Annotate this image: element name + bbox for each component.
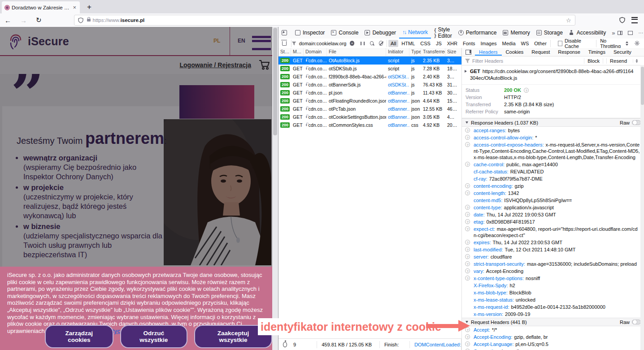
col-file[interactable]: File	[327, 48, 386, 56]
question-icon[interactable]	[524, 88, 529, 93]
type-filter[interactable]: Images	[479, 40, 499, 47]
stopwatch-icon[interactable]	[283, 342, 287, 347]
question-icon[interactable]	[465, 261, 470, 266]
col-method[interactable]: M…	[291, 48, 304, 56]
detail-tab[interactable]: Cookies	[502, 48, 528, 56]
question-icon[interactable]	[465, 135, 470, 140]
cookie-consent-button[interactable]: Zarządzaj cookies	[45, 325, 113, 348]
type-filter[interactable]: JS	[434, 40, 444, 47]
tab-network[interactable]: ↑↓Network	[399, 27, 431, 39]
question-icon[interactable]	[465, 240, 470, 245]
tracking-shield-icon[interactable]	[78, 17, 83, 23]
table-row[interactable]: 200 GET cdn.co… otFloatingRoundedIcon.js…	[278, 97, 461, 105]
throttling-select[interactable]: No Throttling	[600, 38, 624, 49]
type-filter[interactable]: XHR	[445, 40, 460, 47]
scrollbar-thumb[interactable]	[641, 67, 644, 105]
shield-icon[interactable]	[619, 17, 625, 23]
type-filter[interactable]: Media	[500, 40, 518, 47]
tab-style-editor[interactable]: { }Style Editor	[431, 27, 455, 39]
col-size[interactable]: Size	[445, 48, 461, 56]
question-icon[interactable]	[465, 247, 470, 252]
browser-tab[interactable]: Doradztwo w Zakresie Ochrony Dany ×	[2, 1, 80, 13]
detail-tab[interactable]: Headers	[475, 48, 502, 56]
reload-button[interactable]: ↻	[31, 16, 46, 24]
tab-memory[interactable]: Memory	[500, 27, 533, 39]
search-icon[interactable]	[370, 41, 374, 45]
col-transferred[interactable]: Transferred	[421, 48, 445, 56]
type-filter[interactable]: HTML	[399, 40, 417, 47]
question-icon[interactable]	[465, 276, 470, 281]
close-tab-icon[interactable]: ×	[72, 4, 77, 11]
page-scrollbar[interactable]	[272, 27, 278, 350]
pick-element-button[interactable]	[278, 27, 290, 39]
question-icon[interactable]	[465, 212, 470, 217]
tab-console[interactable]: Console	[328, 27, 361, 39]
resend-button[interactable]: Resend	[603, 58, 644, 64]
detail-scrollbar[interactable]	[640, 65, 644, 350]
col-type[interactable]: Type	[409, 48, 421, 56]
detail-tab[interactable]: Response	[554, 48, 584, 56]
table-row[interactable]: 200 GET cdn.co… otPcTab.json otBanner… j…	[278, 105, 461, 113]
detail-tab[interactable]: Security	[609, 48, 635, 56]
more-tabs-icon[interactable]: »	[609, 30, 618, 36]
type-filter[interactable]: Other	[532, 40, 549, 47]
request-url-row[interactable]: GEThttps://cdn.cookielaw.org/consent/f28…	[462, 65, 644, 85]
tab-debugger[interactable]: Debugger	[361, 27, 399, 39]
collapse-detail-icon[interactable]	[466, 50, 471, 55]
type-filter[interactable]: Fonts	[461, 40, 478, 47]
question-icon[interactable]	[465, 128, 470, 133]
clear-requests-icon[interactable]	[282, 41, 287, 46]
question-icon[interactable]	[465, 142, 470, 147]
raw-toggle[interactable]	[632, 320, 641, 324]
detail-tab[interactable]: Request	[527, 48, 554, 56]
bookmark-star-icon[interactable]: ☆	[566, 17, 571, 24]
table-row[interactable]: 200 GET cdn.co… OtAutoBlock.js script js…	[278, 56, 461, 65]
table-row[interactable]: 200 GET cdn.co… pl.json otBanner… js 11.…	[278, 89, 461, 97]
forward-button[interactable]: →	[16, 17, 31, 24]
question-icon[interactable]	[465, 183, 470, 188]
tab-storage[interactable]: Storage	[533, 27, 566, 39]
question-icon[interactable]	[465, 219, 470, 224]
response-headers-section[interactable]: Response Headers (1.037 KB) Raw	[462, 118, 644, 127]
split-console-icon[interactable]	[618, 31, 622, 35]
filter-urls-input[interactable]: domain:cookielaw.org	[299, 41, 347, 46]
question-icon[interactable]	[465, 341, 470, 346]
block-requests-icon[interactable]	[379, 41, 383, 46]
back-button[interactable]: ←	[0, 17, 16, 24]
url-bar[interactable]: https://www. isecure.pl ☆	[74, 15, 575, 26]
block-button[interactable]: Block	[584, 58, 603, 64]
type-filter[interactable]: WS	[519, 40, 531, 47]
question-icon[interactable]	[465, 268, 470, 273]
scrollbar-thumb[interactable]	[273, 28, 277, 135]
cookie-consent-button[interactable]: Odrzuć wszystkie	[120, 325, 187, 348]
col-domain[interactable]: Domain	[304, 48, 327, 56]
type-filter[interactable]: All	[388, 40, 398, 47]
dock-icon[interactable]	[628, 31, 633, 35]
table-row[interactable]: 200 GET cdn.co… otCommonStyles.css otBan…	[278, 121, 461, 129]
table-row[interactable]: 200 GET cdn.co… otSDKStub.js script js 7…	[278, 65, 461, 73]
question-icon[interactable]	[465, 254, 470, 259]
clear-filter-icon[interactable]: ×	[350, 41, 354, 46]
new-tab-button[interactable]: +	[84, 3, 94, 13]
request-headers-section[interactable]: Request Headers (441 B) Raw	[462, 318, 644, 326]
tab-inspector[interactable]: Inspector	[292, 27, 328, 39]
question-icon[interactable]	[465, 334, 470, 339]
type-filter[interactable]: CSS	[418, 40, 433, 47]
disable-cache-checkbox[interactable]	[558, 41, 562, 46]
network-settings-gear-icon[interactable]	[635, 40, 640, 46]
tab-performance[interactable]: Performance	[455, 27, 500, 39]
lock-icon[interactable]	[87, 19, 91, 22]
col-status[interactable]: St…	[278, 48, 291, 56]
question-icon[interactable]	[465, 205, 470, 210]
filter-headers-input[interactable]: Filter Headers	[472, 58, 503, 64]
overflow-menu-icon[interactable]: ⋯	[638, 30, 643, 36]
table-row[interactable]: 200 GET cdn.co… f2890bc8-88eb-4bac-a266-…	[278, 73, 461, 81]
col-initiator[interactable]: Initiator	[386, 48, 409, 56]
table-row[interactable]: 200 GET cdn.co… otBannerSdk.js otSDKSt… …	[278, 81, 461, 89]
table-row[interactable]: 200 GET cdn.co… otCookieSettingsButton.j…	[278, 113, 461, 121]
detail-tab[interactable]: Timings	[584, 48, 609, 56]
pause-traffic-icon[interactable]	[361, 42, 365, 45]
raw-toggle[interactable]	[632, 120, 641, 125]
tab-accessibility[interactable]: Accessibility	[566, 27, 609, 39]
question-icon[interactable]	[465, 162, 470, 167]
